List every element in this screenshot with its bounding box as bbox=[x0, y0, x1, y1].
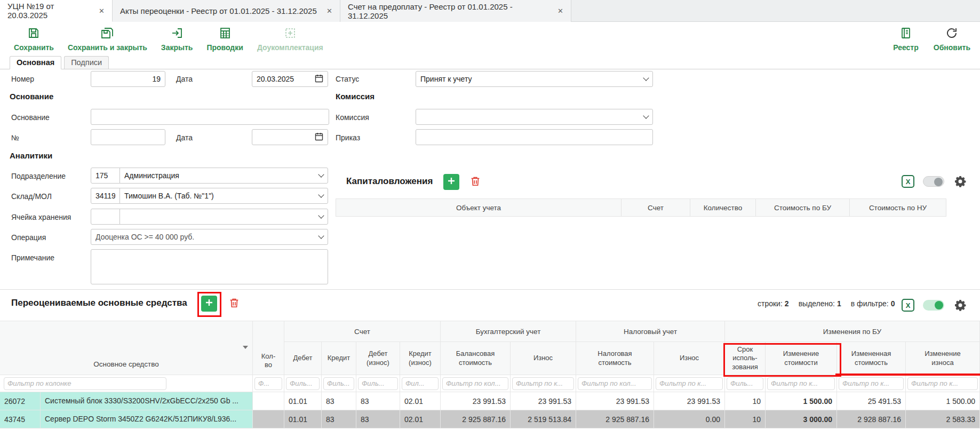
refresh-button[interactable]: Обновить bbox=[934, 27, 970, 52]
col-header-cost-change[interactable]: Изменение стоимости bbox=[766, 342, 837, 375]
number-field[interactable]: 19 bbox=[91, 71, 165, 87]
cell-debit[interactable]: 01.01 bbox=[284, 392, 322, 410]
filter-debit-dep-input[interactable] bbox=[358, 377, 398, 390]
cell-balance-cost[interactable]: 23 991.53 bbox=[441, 392, 511, 410]
window-tab-invoice-registry[interactable]: Счет на предоплату - Реестр от 01.01.202… bbox=[340, 0, 571, 22]
storage-cell-code-field[interactable] bbox=[91, 209, 120, 225]
department-select[interactable]: Администрация bbox=[119, 168, 328, 184]
cell-cost-change[interactable]: 1 500.00 bbox=[766, 392, 837, 410]
tab-main[interactable]: Основная bbox=[10, 56, 61, 69]
assets-delete-button[interactable] bbox=[227, 296, 241, 311]
commission-select[interactable] bbox=[416, 109, 653, 125]
close-icon[interactable]: ✕ bbox=[326, 7, 332, 15]
cell-tax-cost[interactable]: 23 991.53 bbox=[576, 392, 654, 410]
postings-button[interactable]: Проводки bbox=[206, 27, 243, 52]
tab-signatures[interactable]: Подписи bbox=[64, 56, 109, 69]
cell-debit[interactable]: 01.01 bbox=[284, 410, 322, 428]
note-textarea[interactable] bbox=[91, 249, 328, 284]
doc-number-field[interactable] bbox=[91, 129, 165, 145]
capital-col-object[interactable]: Объект учета bbox=[336, 198, 622, 217]
filter-changed-cost-input[interactable] bbox=[839, 377, 904, 390]
operation-select[interactable]: Дооценка ОС >= 40 000 руб. bbox=[91, 229, 328, 245]
col-header-dep-change[interactable]: Изменение износа bbox=[906, 342, 980, 375]
window-tab-document[interactable]: УЦН №19 от 20.03.2025 ✕ bbox=[0, 0, 113, 22]
assets-settings-button[interactable] bbox=[954, 299, 967, 312]
cell-changed-cost[interactable]: 2 928 887.16 bbox=[837, 410, 906, 428]
cell-balance-cost[interactable]: 2 925 887.16 bbox=[441, 410, 511, 428]
filter-tax-cost-input[interactable] bbox=[578, 377, 652, 390]
col-header-qty[interactable]: Кол- во bbox=[253, 321, 284, 375]
filter-balance-input[interactable] bbox=[442, 377, 508, 390]
col-header-debit-dep[interactable]: Дебет (износ) bbox=[356, 342, 400, 375]
filter-credit-dep-input[interactable] bbox=[402, 377, 439, 390]
basis-field[interactable] bbox=[91, 109, 329, 125]
capital-filter-toggle[interactable] bbox=[923, 176, 944, 187]
col-header-dep-nu[interactable]: Износ bbox=[654, 342, 725, 375]
registry-button[interactable]: Реестр bbox=[893, 27, 919, 52]
cell-dep-change[interactable]: 2 583.33 bbox=[906, 410, 980, 428]
capital-excel-button[interactable]: X bbox=[902, 175, 914, 188]
order-field[interactable] bbox=[416, 129, 653, 145]
save-button[interactable]: Сохранить bbox=[14, 27, 54, 52]
cell-credit-dep[interactable]: 02.01 bbox=[400, 410, 441, 428]
cell-dep-bu[interactable]: 2 519 513.84 bbox=[511, 410, 576, 428]
cell-changed-cost[interactable]: 25 491.53 bbox=[837, 392, 906, 410]
filter-life-input[interactable] bbox=[727, 377, 763, 390]
filter-credit-input[interactable] bbox=[323, 377, 354, 390]
capital-add-button[interactable] bbox=[443, 174, 459, 190]
cell-debit-dep[interactable]: 83 bbox=[356, 410, 400, 428]
cell-cost-change[interactable]: 3 000.00 bbox=[766, 410, 837, 428]
cell-dep-nu[interactable]: 23 991.53 bbox=[654, 392, 725, 410]
col-header-debit[interactable]: Дебет bbox=[284, 342, 322, 375]
sort-desc-icon[interactable] bbox=[243, 346, 248, 349]
assets-filter-toggle[interactable] bbox=[923, 300, 944, 311]
storage-cell-select[interactable] bbox=[119, 209, 328, 225]
col-header-credit[interactable]: Кредит bbox=[322, 342, 356, 375]
col-header-useful-life[interactable]: Срок исполь- зования bbox=[725, 342, 766, 375]
cell-useful-life[interactable]: 10 bbox=[725, 392, 766, 410]
assets-excel-button[interactable]: X bbox=[902, 299, 914, 312]
col-header-credit-dep[interactable]: Кредит (износ) bbox=[400, 342, 441, 375]
cell-dep-nu[interactable]: 0.00 bbox=[654, 410, 725, 428]
capital-col-quantity[interactable]: Количество bbox=[690, 198, 756, 217]
cell-dep-change[interactable]: 1 500.00 bbox=[906, 392, 980, 410]
col-header-tax-cost[interactable]: Налоговая стоимость bbox=[576, 342, 654, 375]
assets-add-button[interactable] bbox=[201, 296, 217, 312]
filter-dep-nu-input[interactable] bbox=[656, 377, 723, 390]
capital-col-cost-bu[interactable]: Стоимость по БУ bbox=[756, 198, 850, 217]
capital-delete-button[interactable] bbox=[468, 174, 482, 189]
cell-qty[interactable] bbox=[253, 410, 284, 428]
window-tab-acts-registry[interactable]: Акты переоценки - Реестр от 01.01.2025 -… bbox=[113, 0, 340, 22]
capital-col-account[interactable]: Счет bbox=[622, 198, 690, 217]
filter-asset-input[interactable] bbox=[4, 377, 166, 390]
cell-tax-cost[interactable]: 2 925 887.16 bbox=[576, 410, 654, 428]
status-select[interactable]: Принят к учету bbox=[416, 71, 653, 87]
cell-code[interactable]: 26072 bbox=[0, 392, 41, 410]
cell-asset-name[interactable]: Системный блок 3330/S3200SHV/2xGbECC/2x2… bbox=[41, 392, 253, 410]
warehouse-select[interactable]: Тимошин В.А. (Таб. №"1") bbox=[119, 188, 328, 204]
filter-debit-input[interactable] bbox=[286, 377, 320, 390]
department-code-field[interactable]: 175 bbox=[91, 168, 120, 184]
cell-dep-bu[interactable]: 23 991.53 bbox=[511, 392, 576, 410]
cell-qty[interactable] bbox=[253, 392, 284, 410]
close-button[interactable]: Закрыть bbox=[161, 27, 193, 52]
cell-code[interactable]: 43745 bbox=[0, 410, 41, 428]
calendar-icon[interactable] bbox=[315, 132, 323, 142]
basis-date-field[interactable] bbox=[252, 129, 328, 145]
cell-credit[interactable]: 83 bbox=[322, 392, 356, 410]
calendar-icon[interactable] bbox=[315, 74, 323, 84]
capital-col-cost-nu[interactable]: Стоимость по НУ bbox=[850, 198, 946, 217]
filter-qty-input[interactable] bbox=[254, 377, 282, 390]
col-header-changed-cost[interactable]: Измененная стоимость bbox=[837, 342, 906, 375]
cell-useful-life[interactable]: 10 bbox=[725, 410, 766, 428]
col-header-balance-cost[interactable]: Балансовая стоимость bbox=[441, 342, 511, 375]
cell-credit[interactable]: 83 bbox=[322, 410, 356, 428]
close-icon[interactable]: ✕ bbox=[99, 7, 105, 15]
filter-cost-change-input[interactable] bbox=[767, 377, 835, 390]
filter-dep-bu-input[interactable] bbox=[512, 377, 574, 390]
date-field[interactable]: 20.03.2025 bbox=[252, 71, 328, 87]
cell-asset-name[interactable]: Сервер DEPO Storm 3450Z2 G6242K/512ПИКУ8… bbox=[41, 410, 253, 428]
capital-settings-button[interactable] bbox=[954, 175, 967, 188]
filter-dep-change-input[interactable] bbox=[907, 377, 978, 390]
cell-credit-dep[interactable]: 02.01 bbox=[400, 392, 441, 410]
